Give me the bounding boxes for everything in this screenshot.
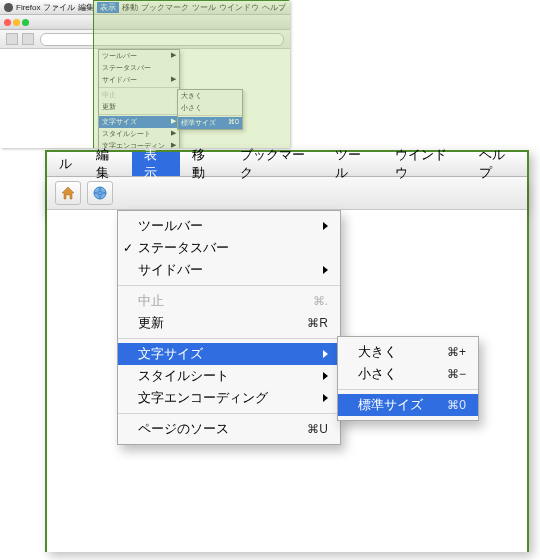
menu-item: 移動 — [122, 2, 138, 13]
menu-item-label: 更新 — [138, 314, 307, 332]
mini-menu-item: ツールバー▶ — [99, 50, 179, 62]
menu-separator — [338, 389, 478, 390]
apple-logo-icon — [4, 3, 13, 12]
menu-item-stylesheet[interactable]: スタイルシート — [118, 365, 340, 387]
menu-shortcut: ⌘. — [313, 294, 328, 308]
mac-menubar: ル 編集 表示 移動 ブックマーク ツール ウインドウ ヘルプ — [47, 152, 527, 177]
reload-button[interactable] — [87, 181, 113, 205]
menu-item-sidebar[interactable]: サイドバー — [118, 259, 340, 281]
menu-separator — [99, 114, 179, 115]
menu-item-label: 大きく — [358, 343, 447, 361]
menu-item-selected: 表示 — [97, 2, 119, 13]
submenu-item-normal-size[interactable]: 標準サイズ ⌘0 — [338, 394, 478, 416]
mini-menu-item: サイドバー▶ — [99, 74, 179, 86]
back-button-mini — [6, 33, 18, 45]
svg-point-0 — [94, 187, 106, 199]
mini-menu-item: ステータスバー — [99, 62, 179, 74]
url-bar-mini — [40, 33, 284, 46]
menu-item-label: 文字サイズ — [138, 345, 317, 363]
menubar-item-view[interactable]: 表示 — [132, 152, 180, 176]
menu-item: ファイル — [43, 2, 75, 13]
forward-button-mini — [22, 33, 34, 45]
menu-item: ツール — [192, 2, 216, 13]
menubar-item-window[interactable]: ウインドウ — [383, 152, 467, 176]
view-menu-mini: ツールバー▶ ステータスバー サイドバー▶ 中止 更新 文字サイズ▶ スタイルシ… — [98, 49, 180, 148]
menu-shortcut: ⌘0 — [447, 398, 466, 412]
text-size-submenu: 大きく ⌘+ 小さく ⌘− 標準サイズ ⌘0 — [337, 336, 479, 421]
submenu-item-smaller[interactable]: 小さく ⌘− — [338, 363, 478, 385]
menu-item-stop: 中止 ⌘. — [118, 290, 340, 312]
mini-submenu-item-selected: 標準サイズ⌘0 — [178, 117, 242, 129]
menu-separator — [118, 285, 340, 286]
menu-separator — [99, 87, 179, 88]
menu-item: ブックマーク — [141, 2, 189, 13]
menu-item-label: 標準サイズ — [358, 396, 447, 414]
menu-shortcut: ⌘U — [307, 422, 328, 436]
menu-item-label: ステータスバー — [138, 239, 328, 257]
submenu-arrow-icon — [323, 266, 328, 274]
window-titlebar-mini — [0, 15, 290, 30]
menubar-item-file-partial[interactable]: ル — [47, 152, 84, 176]
menu-item-page-source[interactable]: ページのソース ⌘U — [118, 418, 340, 440]
menu-item-label: 文字エンコーディング — [138, 389, 317, 407]
submenu-arrow-icon — [323, 394, 328, 402]
mini-menu-item: 更新 — [99, 101, 179, 113]
menu-item-label: スタイルシート — [138, 367, 317, 385]
menu-item-reload[interactable]: 更新 ⌘R — [118, 312, 340, 334]
checkmark-icon: ✓ — [123, 241, 133, 255]
close-window-icon — [4, 19, 11, 26]
content-area: ツールバー ✓ ステータスバー サイドバー 中止 ⌘. 更新 ⌘R — [47, 210, 527, 552]
content-area-mini: ツールバー▶ ステータスバー サイドバー▶ 中止 更新 文字サイズ▶ スタイルシ… — [0, 49, 290, 148]
menu-item-label: 小さく — [358, 365, 447, 383]
mini-submenu-item: 大きく — [178, 90, 242, 102]
mini-submenu-item: 小さく — [178, 102, 242, 114]
view-menu-dropdown: ツールバー ✓ ステータスバー サイドバー 中止 ⌘. 更新 ⌘R — [117, 210, 341, 445]
menu-separator — [178, 115, 242, 116]
menubar-app-name: Firefox — [16, 3, 40, 12]
screenshot-thumbnail: Firefox ファイル 編集 表示 移動 ブックマーク ツール ウインドウ ヘ… — [0, 0, 290, 148]
menubar-item-tools[interactable]: ツール — [323, 152, 383, 176]
zoom-window-icon — [22, 19, 29, 26]
menu-shortcut: ⌘− — [447, 367, 466, 381]
minimize-window-icon — [13, 19, 20, 26]
submenu-arrow-icon — [323, 350, 328, 358]
mini-menu-item-selected: 文字サイズ▶ — [99, 116, 179, 128]
menu-item: ウインドウ — [219, 2, 259, 13]
traffic-lights — [0, 17, 33, 28]
nav-buttons-mini — [0, 33, 34, 45]
menu-shortcut: ⌘R — [307, 316, 328, 330]
globe-icon — [92, 185, 108, 201]
submenu-item-bigger[interactable]: 大きく ⌘+ — [338, 341, 478, 363]
menu-item-label: ツールバー — [138, 217, 317, 235]
menu-separator — [118, 413, 340, 414]
text-size-submenu-mini: 大きく 小さく 標準サイズ⌘0 — [177, 89, 243, 130]
menu-item-text-size[interactable]: 文字サイズ — [118, 343, 340, 365]
mini-menu-item: スタイルシート▶ — [99, 128, 179, 140]
menubar-item-edit[interactable]: 編集 — [84, 152, 132, 176]
menu-item-encoding[interactable]: 文字エンコーディング — [118, 387, 340, 409]
menu-separator — [118, 338, 340, 339]
home-icon — [60, 185, 76, 201]
menu-shortcut: ⌘+ — [447, 345, 466, 359]
mini-menu-item: 中止 — [99, 89, 179, 101]
menubar-item-go[interactable]: 移動 — [180, 152, 228, 176]
submenu-arrow-icon — [323, 372, 328, 380]
menu-item-toolbar[interactable]: ツールバー — [118, 215, 340, 237]
menu-item: 編集 — [78, 2, 94, 13]
menubar-item-help[interactable]: ヘルプ — [467, 152, 527, 176]
menu-item-label: 中止 — [138, 292, 313, 310]
menu-item-label: サイドバー — [138, 261, 317, 279]
menu-item-statusbar[interactable]: ✓ ステータスバー — [118, 237, 340, 259]
menu-item: ヘルプ — [262, 2, 286, 13]
menu-item-label: ページのソース — [138, 420, 307, 438]
menubar-item-bookmarks[interactable]: ブックマーク — [228, 152, 324, 176]
home-button[interactable] — [55, 181, 81, 205]
zoom-panel: ル 編集 表示 移動 ブックマーク ツール ウインドウ ヘルプ ツールバー — [45, 150, 529, 552]
mac-menubar-mini: Firefox ファイル 編集 表示 移動 ブックマーク ツール ウインドウ ヘ… — [0, 0, 290, 15]
submenu-arrow-icon — [323, 222, 328, 230]
browser-toolbar-mini — [0, 30, 290, 49]
